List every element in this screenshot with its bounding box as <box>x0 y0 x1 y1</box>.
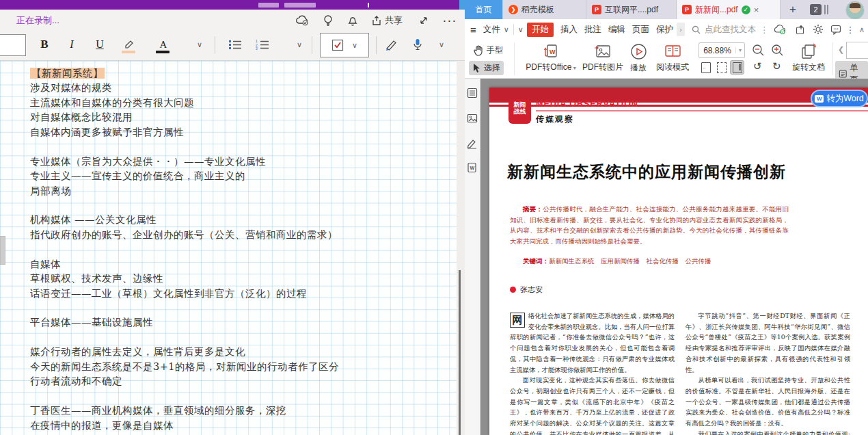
highlight-color-swatch <box>122 51 135 53</box>
select-tool-button[interactable]: 选择 <box>469 61 504 75</box>
note-scrollbar-track[interactable] <box>457 61 465 435</box>
zoom-out-button[interactable] <box>752 44 765 57</box>
divider <box>513 24 514 35</box>
pdf-to-office-button[interactable]: W PDF转Office ▾ <box>523 43 579 73</box>
pdf-to-image-button[interactable]: PDF转图片 <box>581 43 625 73</box>
pdf-to-office-label: PDF转Office ▾ <box>526 62 575 73</box>
note-line: 在疫情中的报道，更像是自媒体 <box>30 419 447 433</box>
tab-label: 互联网平....pdf <box>605 4 658 16</box>
rotate-right-icon[interactable]: ↻ <box>772 60 781 72</box>
play-label: 播放 <box>630 62 647 74</box>
todo-tag-dropdown[interactable] <box>320 33 369 57</box>
share-button[interactable]: 共享 <box>369 12 405 29</box>
rotate-left-icon[interactable]: ↺ <box>753 60 762 72</box>
hamburger-menu-icon[interactable]: ≡ <box>470 24 476 36</box>
titlebar-text-hint <box>284 3 316 8</box>
expand-icon[interactable] <box>416 12 432 29</box>
settings-gear-icon[interactable] <box>811 23 826 36</box>
outline-panel-icon[interactable] <box>467 88 478 98</box>
tab-pdf-internet[interactable]: P 互联网平....pdf <box>586 0 677 19</box>
wps-tool-ribbon: 手型 选择 W PDF转Office ▾ PDF转图片 播放 阅读模式 <box>465 40 868 79</box>
rotate-document-button[interactable]: 旋转文档 <box>789 43 828 73</box>
pdf-page[interactable]: 新闻 战线 MEDIA OBSERVATION 传媒观察 W 转为Word 新新… <box>489 88 868 435</box>
keywords-label: 关键词： <box>523 257 549 265</box>
italic-button[interactable]: I <box>65 34 79 55</box>
play-button[interactable]: 播放 <box>627 43 649 74</box>
microphone-icon[interactable] <box>409 34 426 55</box>
chevron-down-icon[interactable] <box>194 34 205 55</box>
read-mode-button[interactable]: 阅读模式 <box>653 43 692 73</box>
tab-count-badge[interactable]: 2 <box>810 4 822 15</box>
zoom-level-combobox[interactable]: 68.88% ▾ <box>699 42 745 58</box>
underline-button[interactable]: U <box>92 34 107 55</box>
journal-title-rule <box>536 110 868 111</box>
menu-item[interactable]: 保护 <box>656 24 673 36</box>
cloud-sync-icon[interactable] <box>772 23 787 36</box>
font-size-box[interactable] <box>0 34 26 56</box>
note-line: 专业主义——宣传主义的价值统合，商业主义的 <box>30 169 447 183</box>
menu-item[interactable]: 开始 <box>527 23 554 37</box>
tab-docer-templates[interactable]: ❯ 稻壳模板 <box>503 0 586 19</box>
font-color-button[interactable]: A <box>154 34 172 55</box>
page-number-box[interactable] <box>846 42 868 59</box>
note-line: 媒介行动者的属性去定义，属性背后更多是文化 <box>30 345 447 359</box>
lightbulb-icon[interactable] <box>320 12 336 29</box>
sync-cloud-icon[interactable] <box>294 12 310 29</box>
numbered-list-button[interactable]: 123 <box>253 34 272 55</box>
search-options-icon[interactable] <box>760 25 769 35</box>
hand-tool-button[interactable]: 手型 <box>470 43 506 57</box>
rotate-document-label: 旋转文档 <box>792 62 825 73</box>
body-paragraph: 从榜单可以看出，我们试图坚持专业、开放和公共性的价值标准。不管是在新华社、人民日… <box>686 375 850 429</box>
highlighter-button[interactable] <box>120 34 138 55</box>
body-paragraph: 字节跳动“抖音”、第一财经DT财经、界面新闻《正午》、浙江长兴传媒集团、阿牛科技… <box>686 311 850 375</box>
chevron-down-icon[interactable] <box>436 34 447 55</box>
tab-label: 新新闻...pdf <box>695 4 738 16</box>
menu-item[interactable]: 页面 <box>632 24 649 36</box>
divider <box>827 5 828 14</box>
close-tab-icon[interactable]: × <box>754 5 759 15</box>
book-icon <box>664 43 682 60</box>
tab-label: 稻壳模板 <box>521 4 554 16</box>
tab-home[interactable]: 首页 <box>465 0 503 19</box>
fit-actual-size-button[interactable]: ↔ <box>699 60 713 75</box>
note-line: 话语变迁——工业（草根）文化属性到非官方（泛化）的过程 <box>30 287 447 301</box>
menu-file[interactable]: 文件 <box>483 24 500 36</box>
feedback-comment-icon[interactable] <box>828 23 843 36</box>
wps-window: 首页 ❯ 稻壳模板 P 互联网平....pdf P 新新闻...pdf ✓ × … <box>465 0 868 435</box>
collapse-toolbar-icon[interactable]: ∧ <box>854 23 868 36</box>
zoom-in-button[interactable] <box>771 44 784 57</box>
share-doc-icon[interactable] <box>793 23 808 36</box>
bullet-list-button[interactable] <box>226 34 245 55</box>
convert-to-word-button[interactable]: W 转为Word <box>811 90 868 107</box>
chevron-left-icon[interactable]: ❮ <box>838 45 844 54</box>
tab-pdf-active[interactable]: P 新新闻...pdf ✓ × <box>677 0 781 19</box>
menu-overflow-chip[interactable]: › <box>677 23 685 36</box>
user-avatar[interactable] <box>845 1 865 20</box>
fit-page-button[interactable] <box>714 60 729 75</box>
more-icon[interactable] <box>442 12 458 29</box>
titlebar-caret <box>368 3 369 8</box>
ink-pen-button[interactable] <box>381 34 401 55</box>
bold-button[interactable]: B <box>37 34 52 55</box>
dropcap: 网 <box>510 313 525 328</box>
pdf-file-icon: P <box>682 5 692 14</box>
menu-item[interactable]: 批注 <box>584 24 601 36</box>
bell-icon[interactable] <box>344 12 361 29</box>
note-line <box>30 242 447 256</box>
menu-item[interactable]: 插入 <box>560 24 578 36</box>
note-scrollbar-thumb[interactable] <box>459 270 461 435</box>
menu-item[interactable]: 编辑 <box>608 24 625 36</box>
images-panel-icon[interactable] <box>467 113 478 124</box>
note-canvas[interactable]: 【新新闻系统】涉及对媒体的规类主流媒体和自媒体的分类有很大问题对自媒体概念比较混… <box>0 61 457 435</box>
fit-width-button[interactable] <box>730 60 744 75</box>
note-line: 涉及对媒体的规类 <box>30 81 447 95</box>
collapse-ribbon-icon[interactable] <box>518 25 524 34</box>
find-text-box[interactable]: 点此查找文本 <box>692 24 769 36</box>
pdf-to-word-panel-icon[interactable]: W <box>467 162 478 173</box>
docer-icon: ❯ <box>508 5 518 14</box>
signature-panel-icon[interactable] <box>467 138 478 149</box>
note-line: 行动者流动和不确定 <box>30 374 447 388</box>
chevron-down-icon[interactable] <box>294 34 305 55</box>
left-panel-handle[interactable] <box>0 236 5 265</box>
new-tab-button[interactable]: + <box>789 3 796 16</box>
